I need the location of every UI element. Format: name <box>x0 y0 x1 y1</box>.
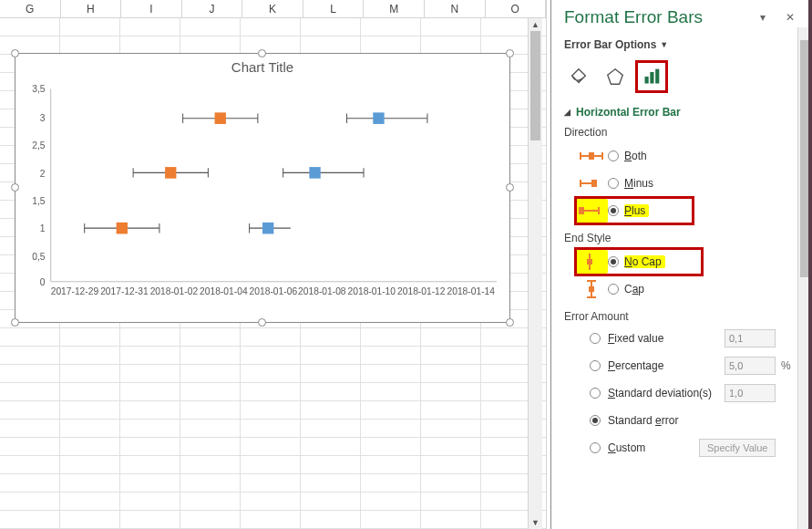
window-edge <box>808 0 812 529</box>
radio[interactable] <box>608 150 619 161</box>
series-1[interactable] <box>85 112 258 233</box>
col-header[interactable]: I <box>121 0 182 17</box>
resize-handle[interactable] <box>506 49 514 57</box>
col-header[interactable]: G <box>0 0 61 17</box>
col-header[interactable]: L <box>303 0 365 17</box>
minus-icon <box>575 171 608 195</box>
scrollbar-thumb[interactable] <box>530 31 540 140</box>
column-headers: G H I J K L M N O <box>0 0 546 18</box>
svg-rect-22 <box>117 223 128 234</box>
svg-rect-43 <box>645 77 649 84</box>
radio[interactable] <box>608 205 619 216</box>
svg-rect-57 <box>587 259 592 264</box>
col-header[interactable]: H <box>61 0 122 17</box>
radio[interactable] <box>608 256 619 267</box>
svg-text:2017-12-29: 2017-12-29 <box>51 286 99 296</box>
error-amount-label: Error Amount <box>564 310 799 323</box>
stddev-input <box>725 384 776 402</box>
resize-handle[interactable] <box>258 318 266 327</box>
radio[interactable] <box>608 284 619 295</box>
option-label: Plus <box>624 204 649 217</box>
resize-handle[interactable] <box>506 183 514 192</box>
radio[interactable] <box>590 360 601 371</box>
col-header[interactable]: J <box>182 0 243 17</box>
svg-rect-45 <box>655 69 659 84</box>
chart-object[interactable]: Chart Title 3,5 3 2,5 2 1,5 1 0,5 0 <box>15 53 510 323</box>
option-label: Minus <box>624 177 653 190</box>
svg-rect-44 <box>650 72 653 84</box>
col-header[interactable]: N <box>425 0 486 17</box>
svg-text:3,5: 3,5 <box>32 84 46 94</box>
option-label: Percentage <box>608 359 725 372</box>
radio[interactable] <box>590 442 601 453</box>
effects-tab-icon[interactable] <box>602 64 628 89</box>
plus-icon <box>575 199 608 223</box>
col-header[interactable]: M <box>364 0 425 17</box>
resize-handle[interactable] <box>258 49 266 57</box>
svg-text:2018-01-02: 2018-01-02 <box>150 286 199 296</box>
bar-chart-tab-icon[interactable] <box>639 64 664 89</box>
plot-area[interactable]: 3,5 3 2,5 2 1,5 1 0,5 0 2017-12-29 2017-… <box>28 85 497 285</box>
svg-text:2018-01-12: 2018-01-12 <box>397 286 446 296</box>
col-header[interactable]: O <box>486 0 547 17</box>
svg-rect-30 <box>215 112 226 124</box>
option-label: No Cap <box>624 255 665 268</box>
endstyle-option-cap[interactable]: Cap <box>575 275 799 303</box>
direction-label: Direction <box>564 126 799 139</box>
fixed-value-input <box>725 329 776 347</box>
nocap-icon <box>575 250 608 274</box>
format-error-bars-panel: Format Error Bars ▾ ✕ Error Bar Options▼… <box>550 0 812 529</box>
fill-line-tab-icon[interactable] <box>566 64 591 89</box>
series-2[interactable] <box>250 112 427 233</box>
option-label: Both <box>624 150 647 162</box>
col-header[interactable]: K <box>242 0 303 17</box>
amount-option-stddev[interactable]: Standard deviation(s) <box>590 381 799 405</box>
svg-marker-42 <box>608 69 623 85</box>
both-icon <box>575 144 608 168</box>
svg-text:2018-01-10: 2018-01-10 <box>348 286 396 296</box>
svg-text:1: 1 <box>40 223 46 233</box>
resize-handle[interactable] <box>11 49 19 57</box>
resize-handle[interactable] <box>11 183 19 192</box>
svg-rect-26 <box>165 167 176 179</box>
sheet-vertical-scrollbar[interactable]: ▲ ▼ <box>528 18 542 529</box>
spreadsheet-area: G H I J K L M N O ▲ ▼ Chart Title 3,5 3 <box>0 0 547 529</box>
option-label: Cap <box>624 283 644 296</box>
panel-title: Format Error Bars <box>564 7 745 27</box>
direction-option-both[interactable]: Both <box>575 142 799 170</box>
scroll-down-icon[interactable]: ▼ <box>529 516 542 529</box>
svg-rect-49 <box>589 152 594 160</box>
resize-handle[interactable] <box>11 318 19 327</box>
cap-icon <box>575 277 608 301</box>
panel-subtitle[interactable]: Error Bar Options▼ <box>564 38 799 51</box>
svg-rect-52 <box>591 180 597 187</box>
svg-rect-37 <box>309 167 320 179</box>
x-axis: 2017-12-29 2017-12-31 2018-01-02 2018-01… <box>51 286 496 296</box>
svg-text:2: 2 <box>40 168 46 178</box>
svg-text:1,5: 1,5 <box>32 196 46 206</box>
svg-rect-61 <box>589 286 594 292</box>
resize-handle[interactable] <box>506 318 514 327</box>
close-icon[interactable]: ✕ <box>781 8 799 26</box>
radio[interactable] <box>590 415 601 426</box>
section-horizontal-error-bar[interactable]: ◢Horizontal Error Bar <box>564 106 799 119</box>
amount-option-fixed[interactable]: Fixed value <box>590 327 799 350</box>
direction-option-plus[interactable]: Plus <box>575 197 694 224</box>
percentage-input <box>725 357 776 375</box>
radio[interactable] <box>608 178 619 189</box>
radio[interactable] <box>590 388 601 399</box>
amount-option-custom[interactable]: Custom Specify Value <box>590 436 799 460</box>
radio[interactable] <box>590 333 601 344</box>
endstyle-option-nocap[interactable]: No Cap <box>575 248 703 275</box>
svg-text:2018-01-14: 2018-01-14 <box>447 286 496 296</box>
specify-value-button[interactable]: Specify Value <box>699 439 776 457</box>
direction-option-minus[interactable]: Minus <box>575 170 799 197</box>
amount-option-percentage[interactable]: Percentage % <box>590 354 799 378</box>
option-label: Fixed value <box>608 332 725 345</box>
panel-options-icon[interactable]: ▾ <box>754 8 772 26</box>
svg-text:2017-12-31: 2017-12-31 <box>100 286 149 296</box>
amount-option-stderr[interactable]: Standard error <box>590 409 799 432</box>
endstyle-label: End Style <box>564 232 799 244</box>
scroll-up-icon[interactable]: ▲ <box>529 18 542 31</box>
svg-text:2018-01-08: 2018-01-08 <box>298 286 346 296</box>
